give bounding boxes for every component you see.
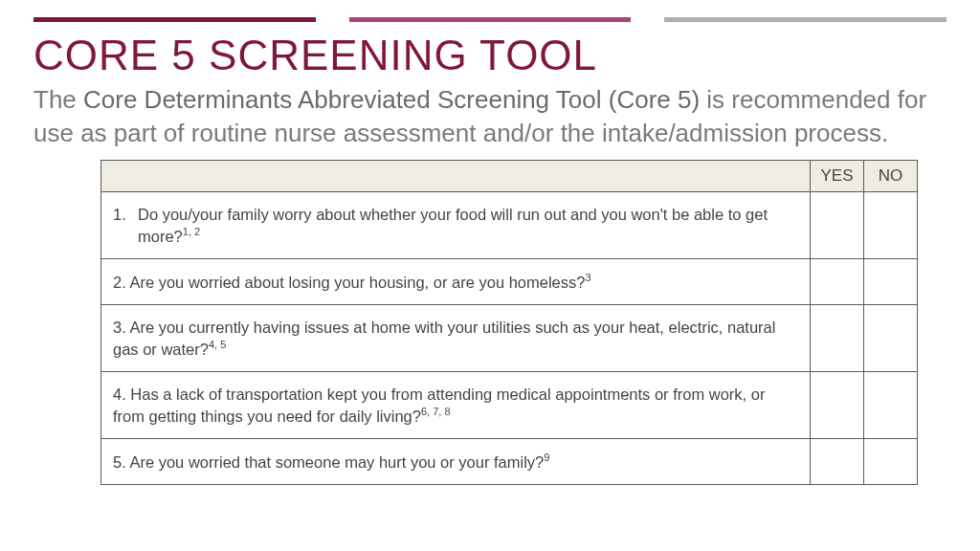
- yes-checkbox-cell[interactable]: [811, 439, 864, 485]
- question-text: 5. Are you worried that someone may hurt…: [113, 451, 796, 473]
- question-text: 4. Has a lack of transportation kept you…: [113, 384, 796, 427]
- question-cell: 4. Has a lack of transportation kept you…: [101, 372, 811, 439]
- question-refs: 6, 7, 8: [421, 406, 451, 417]
- question-text: 2. Are you worried about losing your hou…: [113, 271, 796, 293]
- no-checkbox-cell[interactable]: [864, 192, 918, 259]
- question-text-content: Are you worried about losing your housin…: [129, 274, 585, 291]
- question-text: Do you/your family worry about whether y…: [138, 204, 796, 247]
- accent-bar-3: [664, 17, 947, 22]
- yes-checkbox-cell[interactable]: [811, 304, 864, 371]
- question-cell: 1.Do you/your family worry about whether…: [101, 192, 811, 259]
- question-cell: 3. Are you currently having issues at ho…: [101, 304, 811, 371]
- question-text-content: Do you/your family worry about whether y…: [138, 206, 768, 245]
- page-title: CORE 5 SCREENING TOOL: [33, 32, 947, 79]
- subtitle-bold: Core Determinants Abbreviated Screening …: [83, 85, 700, 114]
- table-row: 1.Do you/your family worry about whether…: [101, 192, 918, 259]
- question-number: 1.: [113, 204, 134, 225]
- table-row: 4. Has a lack of transportation kept you…: [101, 372, 918, 439]
- yes-checkbox-cell[interactable]: [811, 259, 864, 305]
- header-empty: [101, 161, 811, 192]
- question-cell: 5. Are you worried that someone may hurt…: [101, 439, 811, 485]
- table-header-row: YES NO: [101, 161, 918, 192]
- question-number: 3.: [113, 319, 129, 336]
- page-subtitle: The Core Determinants Abbreviated Screen…: [33, 83, 947, 150]
- no-checkbox-cell[interactable]: [864, 439, 918, 485]
- decorative-top-bars: [0, 0, 980, 22]
- yes-checkbox-cell[interactable]: [811, 372, 864, 439]
- table-row: 3. Are you currently having issues at ho…: [101, 304, 918, 371]
- table-row: 5. Are you worried that someone may hurt…: [101, 439, 918, 485]
- question-cell: 2. Are you worried about losing your hou…: [101, 259, 811, 305]
- header-no: NO: [864, 161, 918, 192]
- no-checkbox-cell[interactable]: [864, 259, 918, 305]
- question-refs: 4, 5: [209, 339, 226, 350]
- question-refs: 3: [585, 272, 590, 283]
- table-row: 2. Are you worried about losing your hou…: [101, 259, 918, 305]
- yes-checkbox-cell[interactable]: [811, 192, 864, 259]
- no-checkbox-cell[interactable]: [864, 304, 918, 371]
- question-refs: 9: [544, 452, 549, 463]
- question-number: 4.: [113, 386, 130, 403]
- header-yes: YES: [811, 161, 864, 192]
- question-text: 3. Are you currently having issues at ho…: [113, 317, 796, 360]
- no-checkbox-cell[interactable]: [864, 372, 918, 439]
- question-number: 5.: [113, 453, 129, 471]
- question-refs: 1, 2: [183, 226, 200, 237]
- question-number: 2.: [113, 274, 129, 291]
- accent-bar-2: [349, 17, 632, 22]
- screening-table: YES NO 1.Do you/your family worry about …: [100, 160, 918, 485]
- subtitle-prefix: The: [33, 85, 83, 114]
- question-text-content: Are you worried that someone may hurt yo…: [129, 453, 544, 471]
- accent-bar-1: [33, 17, 316, 22]
